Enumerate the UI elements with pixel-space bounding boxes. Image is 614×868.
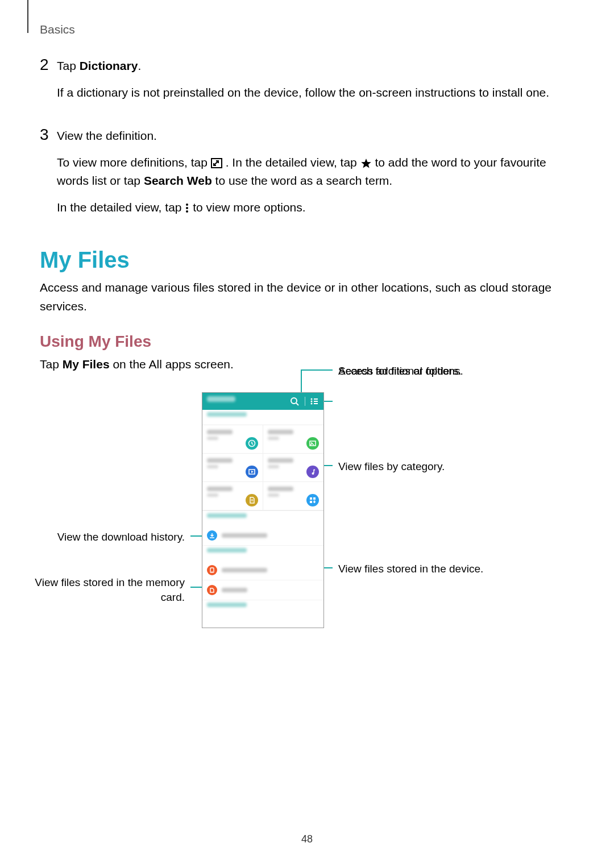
svg-point-2 (186, 203, 188, 206)
row-download-history[interactable] (202, 526, 323, 546)
star-icon (360, 158, 372, 168)
app-title-blurred (207, 396, 235, 402)
tile-videos[interactable] (202, 454, 263, 482)
svg-point-8 (311, 401, 313, 402)
svg-rect-22 (313, 497, 316, 500)
callout-device: View files stored in the device. (338, 562, 483, 576)
step2-line1: Tap Dictionary. (57, 57, 549, 76)
screenshot-myfiles (202, 392, 324, 628)
header-rule (27, 0, 28, 33)
step-number: 2 (40, 57, 57, 110)
step-number: 3 (40, 127, 57, 225)
more-options-icon[interactable] (309, 396, 320, 407)
page-number: 48 (0, 833, 614, 845)
svg-point-18 (312, 472, 314, 475)
callout-line (323, 465, 333, 466)
section-download-history (202, 511, 323, 526)
step3-line1: View the definition. (57, 127, 563, 146)
callout-sdcard: View files stored in the memory card. (35, 575, 185, 604)
svg-point-5 (291, 398, 297, 404)
divider (305, 397, 305, 406)
row-sd-card[interactable] (202, 580, 323, 600)
section-cloud-storage (202, 600, 323, 615)
tile-documents[interactable] (202, 482, 263, 510)
step2-line2: If a dictionary is not preinstalled on t… (57, 84, 549, 102)
download-icon (207, 530, 217, 541)
svg-marker-1 (361, 159, 371, 168)
svg-point-4 (186, 210, 188, 213)
music-icon (306, 466, 319, 478)
callout-line (301, 369, 333, 371)
step-2: 2 Tap Dictionary. If a dictionary is not… (40, 57, 563, 110)
section-quick-search (202, 410, 323, 425)
more-vert-icon (185, 203, 189, 213)
tile-images[interactable] (263, 425, 324, 454)
category-grid (202, 425, 323, 511)
step3-line3: In the detailed view, tap to view more o… (57, 198, 563, 217)
app-bar (202, 393, 323, 410)
expand-icon (211, 158, 222, 168)
apps-icon (306, 494, 319, 506)
callout-category: View files by category. (338, 459, 445, 474)
sdcard-icon (207, 585, 217, 595)
step-3: 3 View the definition. To view more defi… (40, 127, 563, 225)
row-device-storage[interactable] (202, 560, 323, 580)
svg-rect-21 (310, 497, 312, 500)
svg-point-7 (311, 398, 313, 400)
svg-point-9 (311, 403, 313, 405)
svg-rect-23 (310, 501, 312, 503)
svg-line-6 (296, 403, 298, 405)
section-header: Basics (40, 23, 75, 36)
tile-downloaded-apps[interactable] (263, 482, 324, 510)
myfiles-figure: Search for files or folders. Access addi… (40, 364, 563, 648)
callout-options: Access additional options. (338, 364, 463, 379)
svg-point-26 (211, 571, 213, 572)
using-myfiles-heading: Using My Files (40, 333, 563, 351)
tile-audio[interactable] (263, 454, 324, 482)
svg-point-3 (186, 207, 188, 209)
step3-line2: To view more definitions, tap . In the d… (57, 153, 563, 190)
myfiles-heading: My Files (40, 247, 563, 273)
device-icon (207, 565, 217, 575)
search-icon[interactable] (289, 396, 300, 407)
image-icon (306, 437, 319, 450)
document-icon (246, 494, 258, 506)
svg-marker-17 (251, 471, 254, 473)
video-icon (246, 466, 258, 478)
section-local-storage (202, 546, 323, 560)
callout-download: View the download history. (57, 530, 185, 545)
tile-recent-files[interactable] (202, 425, 263, 454)
clock-icon (246, 437, 258, 450)
myfiles-desc: Access and manage various files stored i… (40, 279, 563, 315)
